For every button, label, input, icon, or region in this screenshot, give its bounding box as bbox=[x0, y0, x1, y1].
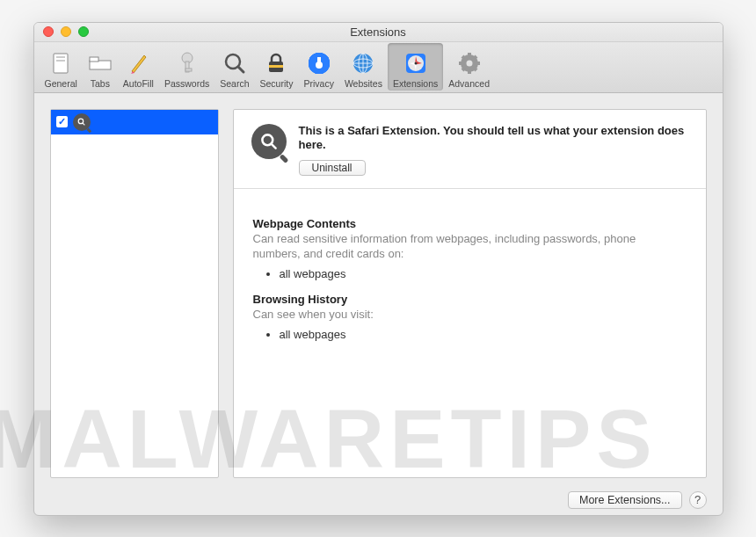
tab-label: General bbox=[45, 78, 77, 89]
privacy-icon bbox=[308, 50, 331, 76]
security-icon bbox=[265, 50, 287, 76]
zoom-button[interactable] bbox=[78, 26, 89, 37]
svg-rect-7 bbox=[185, 69, 192, 71]
tab-label: AutoFill bbox=[123, 78, 154, 89]
extension-detail-panel: This is a Safari Extension. You should t… bbox=[233, 109, 707, 478]
tab-label: Advanced bbox=[448, 78, 490, 89]
window-title: Extensions bbox=[350, 25, 406, 39]
permissions-item: all webpages bbox=[280, 267, 687, 280]
svg-line-9 bbox=[238, 67, 244, 72]
tab-security[interactable]: Security bbox=[255, 43, 299, 91]
svg-rect-21 bbox=[317, 57, 321, 64]
extension-enable-checkbox[interactable]: ✓ bbox=[56, 116, 68, 127]
svg-rect-2 bbox=[56, 60, 65, 62]
permissions-sub-history: Can see when you visit: bbox=[253, 308, 687, 323]
passwords-icon bbox=[179, 50, 195, 76]
websites-icon bbox=[352, 50, 374, 76]
extensions-icon bbox=[404, 50, 427, 76]
tab-privacy[interactable]: Privacy bbox=[298, 43, 338, 91]
extension-detail-icon bbox=[251, 124, 287, 159]
permissions-item: all webpages bbox=[280, 328, 687, 341]
svg-point-41 bbox=[466, 61, 472, 67]
tabs-icon bbox=[88, 50, 113, 76]
tab-search[interactable]: Search bbox=[214, 43, 254, 91]
svg-point-42 bbox=[78, 119, 84, 124]
permissions-sub-contents: Can read sensitive information from webp… bbox=[253, 232, 687, 262]
preferences-window: Extensions General Tabs AutoFill Passwor… bbox=[33, 22, 723, 516]
preferences-toolbar: General Tabs AutoFill Passwords Search bbox=[34, 42, 723, 93]
uninstall-button[interactable]: Uninstall bbox=[299, 160, 366, 176]
titlebar: Extensions bbox=[34, 23, 723, 42]
extension-header: This is a Safari Extension. You should t… bbox=[234, 110, 706, 190]
svg-point-29 bbox=[414, 62, 417, 65]
tab-extensions[interactable]: Extensions bbox=[388, 43, 443, 91]
help-button[interactable]: ? bbox=[689, 491, 707, 509]
extensions-sidebar: ✓ bbox=[50, 109, 219, 478]
tab-label: Search bbox=[220, 78, 249, 89]
search-icon bbox=[223, 50, 246, 76]
minimize-button[interactable] bbox=[61, 26, 71, 37]
svg-rect-11 bbox=[269, 65, 283, 68]
sidebar-extension-item[interactable]: ✓ bbox=[51, 110, 218, 134]
svg-line-43 bbox=[83, 123, 84, 125]
tab-label: Websites bbox=[345, 78, 382, 89]
tab-general[interactable]: General bbox=[40, 43, 83, 91]
extension-permissions: Webpage Contents Can read sensitive info… bbox=[234, 189, 706, 360]
tab-tabs[interactable]: Tabs bbox=[83, 43, 118, 91]
close-button[interactable] bbox=[43, 26, 54, 37]
tab-label: Passwords bbox=[164, 78, 209, 89]
tab-passwords[interactable]: Passwords bbox=[159, 43, 214, 91]
extension-description: This is a Safari Extension. You should t… bbox=[299, 124, 688, 154]
gear-icon bbox=[458, 50, 481, 76]
tab-websites[interactable]: Websites bbox=[339, 43, 388, 91]
permissions-title-history: Browsing History bbox=[253, 293, 687, 306]
tab-label: Privacy bbox=[303, 78, 333, 89]
window-controls bbox=[43, 26, 89, 37]
tab-autofill[interactable]: AutoFill bbox=[118, 43, 159, 91]
extension-item-icon bbox=[73, 113, 91, 131]
svg-line-45 bbox=[271, 143, 275, 148]
more-extensions-button[interactable]: More Extensions... bbox=[568, 491, 682, 509]
tab-label: Security bbox=[260, 78, 294, 89]
tab-label: Extensions bbox=[393, 78, 438, 89]
tab-advanced[interactable]: Advanced bbox=[443, 43, 495, 91]
footer: More Extensions... ? bbox=[34, 485, 723, 515]
svg-rect-4 bbox=[90, 57, 98, 62]
content-area: ✓ This is a Safari Extension. You should… bbox=[34, 93, 723, 485]
svg-rect-1 bbox=[56, 56, 65, 58]
general-icon bbox=[51, 50, 70, 76]
autofill-icon bbox=[128, 50, 148, 76]
permissions-title-contents: Webpage Contents bbox=[253, 217, 687, 230]
tab-label: Tabs bbox=[91, 78, 110, 89]
